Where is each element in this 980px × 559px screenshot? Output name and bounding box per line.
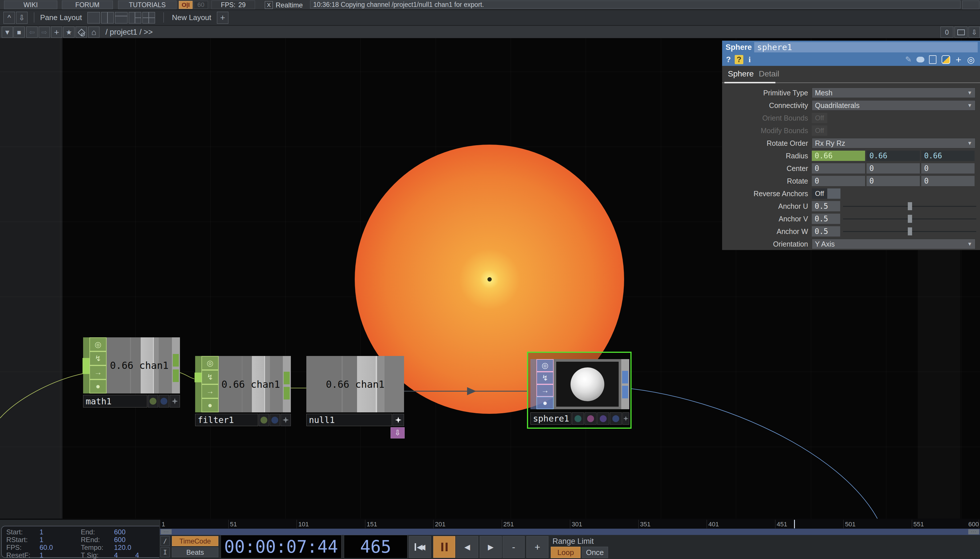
reverse-anchors-toggle[interactable]: Off [812,189,827,199]
sphere1-output-connector2[interactable] [622,386,628,399]
tsig-value2[interactable]: 4 [135,551,139,559]
wire-incoming-left[interactable] [0,374,84,418]
timecode-mode-button[interactable]: TimeCode [172,536,218,546]
lock-flag-icon[interactable]: ● [201,399,219,412]
rewind-to-start-button[interactable]: ◀◀ [409,536,431,558]
orientation-dropdown[interactable]: Y Axis▼ [812,239,975,249]
output-input-toggle[interactable]: O|I [179,1,192,9]
null1-name[interactable]: null1 [306,414,392,426]
python-help-icon[interactable]: ? [735,55,743,64]
cache-size-field[interactable]: 60 [194,1,208,9]
tutorials-button[interactable]: TUTORIALS [118,0,176,9]
math1-output-connector2[interactable] [173,369,179,382]
add-bookmark-icon[interactable]: + [51,26,62,38]
range-right-handle[interactable]: ··· [968,529,979,534]
radius-z-field[interactable]: 0.66 [921,150,975,161]
null1-export-flag[interactable]: ⇩ [391,427,405,438]
floating-window-icon[interactable] [955,26,967,38]
math1-input-connector[interactable] [83,358,90,374]
viewer-flag-icon[interactable]: ◎ [536,359,554,372]
step-back-button[interactable]: ◀ [456,536,478,558]
filter1-star-icon[interactable] [280,414,291,426]
filter1-color-flag[interactable] [259,414,269,426]
math1-color-flag[interactable] [148,395,158,407]
rotate-y-field[interactable]: 0 [867,176,920,186]
filter1-input-connector[interactable] [194,372,201,382]
loop-button[interactable]: Loop [551,547,580,558]
copy-parameters-icon[interactable] [929,55,937,64]
math1-name[interactable]: math1 [83,395,147,407]
wiki-button[interactable]: WIKI [4,0,57,9]
home-icon[interactable]: ⌂ [88,26,99,38]
tab-sphere[interactable]: Sphere [728,69,754,78]
anchor-v-field[interactable]: 0.5 [812,213,840,224]
tsig-value[interactable]: 4 [114,551,118,559]
export-movie-icon[interactable]: ⇩ [16,12,28,24]
operator-name-field[interactable]: sphere1 [754,42,978,52]
resetf-value[interactable]: 1 [40,551,43,559]
math1-star-icon[interactable] [170,395,180,407]
bolt-flag-icon[interactable]: ↯ [536,372,554,384]
rotate-x-field[interactable]: 0 [812,176,865,186]
sphere1-star-icon[interactable] [622,412,629,425]
filter1-name[interactable]: filter1 [195,414,258,426]
bookmark-star-icon[interactable]: ★ [63,26,75,38]
node-null1[interactable]: 0.66 chan1 [306,356,404,412]
arrow-flag-icon[interactable]: → [90,366,106,379]
tab-detail[interactable]: Detail [759,69,779,78]
anchor-w-slider-handle[interactable] [908,227,912,235]
anchor-v-slider-handle[interactable] [908,215,912,223]
once-button[interactable]: Once [582,547,608,558]
fps-value[interactable]: 60.0 [40,544,53,552]
null1-star-icon[interactable] [393,414,404,426]
range-left-handle[interactable]: ··· [161,529,172,534]
sphere1-output-connector[interactable] [622,371,628,384]
viewer-flag-icon[interactable]: ◎ [90,337,106,351]
bullseye-icon[interactable]: ◎ [966,55,975,64]
info-icon[interactable]: i [747,55,753,64]
rstart-value[interactable]: 1 [40,536,43,544]
pause-button[interactable] [433,536,455,558]
anchor-u-slider-handle[interactable] [908,202,912,210]
node-math1[interactable]: ◎ ↯ → ● 0.66 chan1 [83,337,180,394]
center-z-field[interactable]: 0 [921,163,975,174]
python-icon[interactable] [942,55,950,64]
lock-flag-icon[interactable]: ● [536,397,554,409]
pane-layout-vsplit-button[interactable] [101,12,114,23]
reverse-anchors-toggle-pad[interactable] [827,189,841,199]
history-forward-icon[interactable]: ⇨ [39,26,50,38]
add-parameter-icon[interactable]: + [954,55,963,64]
lock-flag-icon[interactable]: ● [90,379,106,394]
history-back-icon[interactable]: ⇦ [27,26,38,38]
viewer-flag-icon[interactable]: ◎ [201,356,219,370]
sphere1-name[interactable]: sphere1 [531,412,571,425]
edit-pencil-icon[interactable]: ✎ [904,55,913,64]
timeline-range-bar[interactable]: ··· ··· [160,528,980,535]
playhead[interactable] [794,520,795,528]
math1-color-flag2[interactable] [159,395,169,407]
pane-layout-single-button[interactable] [88,12,100,23]
radius-x-field[interactable]: 0.66 [812,150,865,161]
realtime-checkbox[interactable]: X [265,1,273,9]
frame-decrement-button[interactable]: - [502,536,525,558]
search-icon[interactable] [76,26,87,38]
start-value[interactable]: 1 [40,528,43,536]
wire-math1-filter1[interactable] [180,372,194,379]
sphere1-color-flag[interactable] [572,412,584,425]
rend-value[interactable]: 600 [114,536,126,544]
pane-layout-quad-button[interactable] [143,12,155,23]
bolt-flag-icon[interactable]: ↯ [90,351,106,366]
timeline-ruler[interactable]: 151101151201251301351401451501551600 [160,520,980,528]
bookmark-count-button[interactable]: 0 [940,26,953,38]
connectivity-dropdown[interactable]: Quadrilaterals▼ [812,100,975,111]
center-y-field[interactable]: 0 [867,163,920,174]
collapse-pane-icon[interactable]: ⇩ [968,26,980,38]
help-icon[interactable]: ? [725,55,733,64]
step-forward-button[interactable]: ▶ [480,536,502,558]
radius-y-field[interactable]: 0.66 [867,150,920,161]
primitive-type-dropdown[interactable]: Mesh▼ [812,88,975,98]
anchor-u-field[interactable]: 0.5 [812,201,840,211]
rotate-order-dropdown[interactable]: Rx Ry Rz▼ [812,138,975,148]
tempo-value[interactable]: 120.0 [114,544,131,552]
forum-button[interactable]: FORUM [62,0,113,9]
